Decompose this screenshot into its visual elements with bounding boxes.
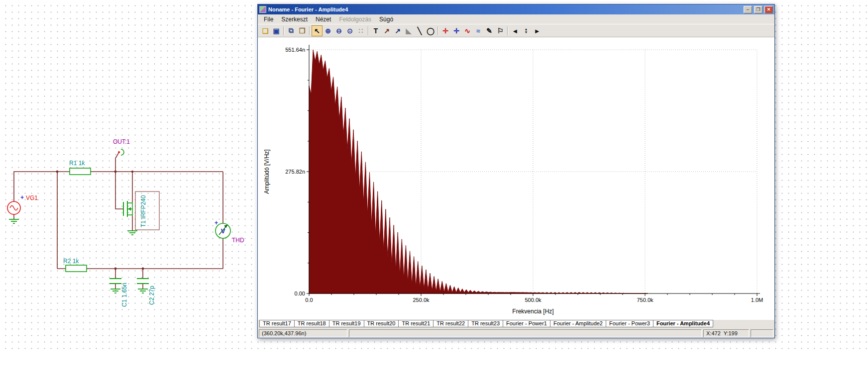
ellipse-tool-icon[interactable]: ◯ — [425, 25, 436, 36]
svg-text:500.0k: 500.0k — [525, 297, 542, 303]
window-title: Noname - Fourier - Amplitude4 — [268, 6, 742, 12]
toolbar-separator — [437, 26, 438, 35]
t1-label: T1 IRFP240 — [140, 195, 147, 227]
c2-capacitor[interactable]: C2 27p — [137, 279, 155, 305]
ruler-tool-icon[interactable]: ◣ — [403, 25, 414, 36]
axes-red-icon[interactable]: ✛ — [440, 25, 451, 36]
diagram-tabs: TR result17TR result18TR result19TR resu… — [258, 320, 774, 328]
status-pixel-coords: X:472 Y:199 — [703, 329, 749, 337]
tab-fourier---amplitude2[interactable]: Fourier - Amplitude2 — [550, 320, 606, 327]
vg1-source[interactable]: + VG1 — [7, 194, 38, 223]
menu-file[interactable]: File — [260, 15, 277, 23]
zoom-100-icon[interactable]: ⊙ — [344, 25, 355, 36]
curves-icon[interactable]: ≈ — [473, 25, 484, 36]
wire-junctions — [56, 171, 144, 270]
thd-voltmeter[interactable]: V + THD — [215, 219, 244, 244]
out-terminal[interactable]: OUT:1 — [113, 138, 130, 155]
y-axis-label: Amplitúdó [V/Hz] — [263, 149, 270, 194]
menu-bar: FileSzerkesztNézetFeldolgozásSúgó — [258, 14, 774, 24]
tab-tr-result17[interactable]: TR result17 — [259, 320, 295, 327]
tab-fourier---amplitude4[interactable]: Fourier - Amplitude4 — [653, 320, 713, 327]
svg-text:1.0M: 1.0M — [751, 297, 763, 303]
toolbar-separator — [283, 26, 284, 35]
flag-tool-icon[interactable]: ⚐ — [495, 25, 506, 36]
c2-label: C2 27p — [148, 286, 155, 305]
chart-canvas[interactable]: 0.0250.0k500.0k750.0k1.0M551.64n275.82n0… — [258, 37, 774, 320]
tab-tr-result21[interactable]: TR result21 — [398, 320, 434, 327]
r2-resistor[interactable]: R2 1k — [63, 258, 87, 272]
app-icon — [259, 6, 266, 13]
copy-icon[interactable]: ⧉ — [286, 25, 297, 36]
restore-button[interactable]: ❐ — [754, 6, 762, 13]
svg-text:0.00: 0.00 — [295, 291, 305, 296]
tab-tr-result20[interactable]: TR result20 — [364, 320, 399, 327]
save-icon[interactable]: ▣ — [271, 25, 282, 36]
thd-label: THD — [232, 237, 244, 244]
svg-text:551.64n: 551.64n — [285, 47, 305, 53]
svg-text:275.82n: 275.82n — [285, 169, 305, 175]
vg1-plus-sign: + — [20, 194, 24, 201]
status-cursor-value: (360.20k,437.96n) — [259, 329, 347, 337]
axes-blue-icon[interactable]: ✛ — [451, 25, 462, 36]
prev-page-icon[interactable]: ◂ — [510, 25, 521, 36]
tab-fourier---power3[interactable]: Fourier - Power3 — [606, 320, 653, 327]
vg1-ground-icon — [9, 219, 19, 223]
toolbar-separator — [309, 26, 310, 35]
c1-capacitor[interactable]: C1 1.65n — [109, 279, 128, 307]
paste-icon[interactable]: ❒ — [297, 25, 308, 36]
zoom-out-icon[interactable]: ⊖ — [333, 25, 344, 36]
svg-text:0.0: 0.0 — [305, 297, 313, 303]
menu-feldolgozás: Feldolgozás — [335, 15, 375, 23]
menu-súgó[interactable]: Súgó — [375, 15, 397, 23]
c1-label: C1 1.65n — [121, 283, 128, 307]
text-tool-icon[interactable]: T — [370, 25, 381, 36]
toolbar-separator — [507, 26, 508, 35]
title-bar[interactable]: Noname - Fourier - Amplitude4 ‒ ❐ ✕ — [258, 4, 774, 14]
tab-tr-result23[interactable]: TR result23 — [468, 320, 503, 327]
r1-resistor[interactable]: R1 1k — [69, 160, 91, 175]
status-bar: (360.20k,437.96n) X:472 Y:199 — [258, 328, 774, 338]
next-page-icon[interactable]: ▸ — [532, 25, 542, 36]
t1-mosfet[interactable]: T1 IRFP240 — [123, 192, 159, 235]
svg-text:750.0k: 750.0k — [637, 297, 653, 303]
tab-fourier---power1[interactable]: Fourier - Power1 — [503, 320, 550, 327]
c1-ground-icon — [110, 289, 120, 293]
svg-text:250.0k: 250.0k — [413, 297, 430, 303]
cursor-a-tool-icon[interactable]: ↗ — [381, 25, 392, 36]
toolbar-separator — [368, 26, 369, 35]
r1-label: R1 1k — [69, 160, 85, 167]
vg1-label: VG1 — [26, 195, 38, 201]
app-window: Noname - Fourier - Amplitude4 ‒ ❐ ✕ File… — [257, 4, 775, 338]
c2-ground-icon — [138, 289, 148, 293]
open-icon[interactable]: ❑ — [260, 25, 271, 36]
page-spinner-icon[interactable]: ▴▾ — [521, 25, 532, 36]
minimize-button[interactable]: ‒ — [744, 6, 752, 13]
status-message-panel — [349, 329, 702, 337]
tab-tr-result19[interactable]: TR result19 — [329, 320, 364, 327]
line-tool-icon[interactable]: ╲ — [414, 25, 425, 36]
tab-tr-result22[interactable]: TR result22 — [433, 320, 468, 327]
wires — [14, 153, 223, 289]
menu-szerkeszt[interactable]: Szerkeszt — [277, 15, 312, 23]
out-label: OUT:1 — [113, 138, 130, 145]
add-curve-icon[interactable]: ∿ — [462, 25, 473, 36]
main-toolbar: ❑▣⧉❒↖⊕⊖⊙∷T↗↗◣╲◯✛✛∿≈✎⚐◂▴▾▸ — [258, 24, 774, 37]
x-axis-label: Frekvencia [Hz] — [512, 308, 553, 315]
select-tool-icon[interactable]: ↖ — [312, 25, 323, 36]
schematic-canvas[interactable]: + VG1 R1 1k R2 1k OUT:1 T1 IRFP — [0, 0, 257, 350]
status-end-panel — [751, 329, 773, 337]
pen-tool-icon[interactable]: ✎ — [484, 25, 495, 36]
t1-ground-icon — [127, 231, 137, 235]
voltmeter-plus-sign: + — [215, 219, 218, 226]
cursor-b-tool-icon[interactable]: ↗ — [392, 25, 403, 36]
menu-nézet[interactable]: Nézet — [312, 15, 335, 23]
close-button[interactable]: ✕ — [764, 6, 773, 13]
tab-tr-result18[interactable]: TR result18 — [294, 320, 329, 327]
grid-icon[interactable]: ∷ — [355, 25, 366, 36]
zoom-in-icon[interactable]: ⊕ — [323, 25, 333, 36]
r2-label: R2 1k — [63, 258, 79, 265]
